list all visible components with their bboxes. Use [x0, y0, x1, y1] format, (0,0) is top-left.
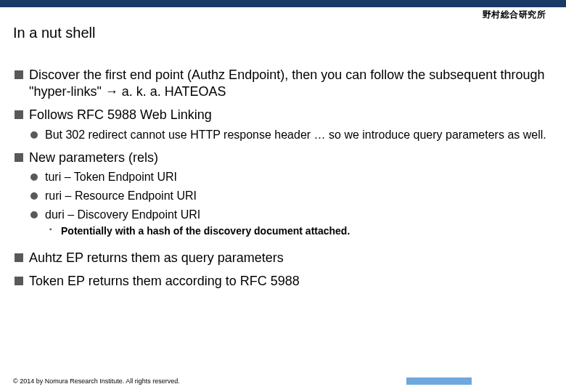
company-logo-text: 野村総合研究所 — [483, 9, 546, 21]
bullet-level2: duri – Discovery Endpoint URI — [30, 208, 551, 222]
top-accent-bar — [0, 0, 566, 7]
copyright-footer: © 2014 by Nomura Research Institute. All… — [13, 377, 180, 385]
bullet-level2: turi – Token Endpoint URI — [30, 170, 551, 184]
bullet-level1: Discover the first end point (Authz Endp… — [15, 67, 551, 99]
bullet-level2: But 302 redirect cannot use HTTP respons… — [30, 128, 551, 142]
slide-content: Discover the first end point (Authz Endp… — [15, 60, 551, 290]
bullet-level1: Follows RFC 5988 Web Linking — [15, 107, 551, 123]
bullet-level3: Potentially with a hash of the discovery… — [49, 225, 551, 238]
slide-title: In a nut shell — [13, 25, 95, 41]
bullet-level1: New parameters (rels) — [15, 150, 551, 166]
bullet-level1: Auhtz EP returns them as query parameter… — [15, 250, 551, 266]
footer-accent-bar — [406, 377, 472, 385]
bullet-level1: Token EP returns them according to RFC 5… — [15, 273, 551, 290]
bullet-level2: ruri – Resource Endpoint URI — [30, 189, 551, 203]
